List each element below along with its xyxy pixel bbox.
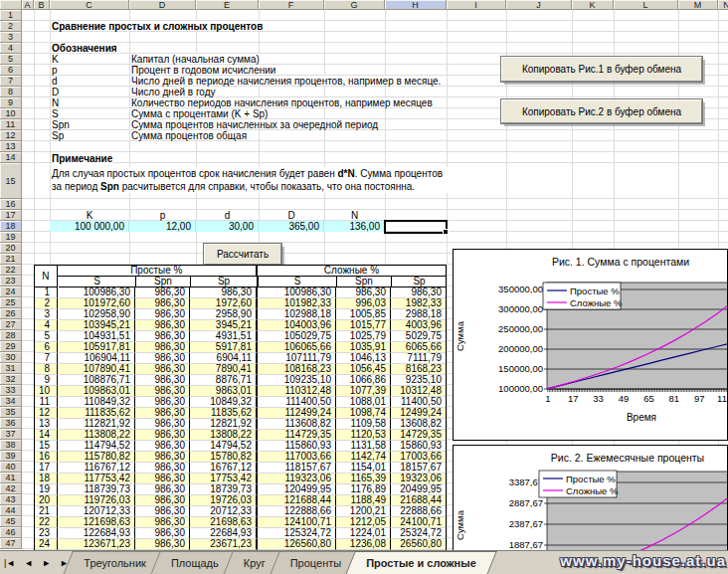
table-cell[interactable]: 1077,39 xyxy=(336,386,391,397)
table-subheader-Spn[interactable]: Spn xyxy=(136,277,191,287)
row-header-31[interactable]: 31 xyxy=(0,363,22,374)
row-header-27[interactable]: 27 xyxy=(0,319,22,330)
table-header-N[interactable]: N xyxy=(35,266,58,287)
table-cell[interactable]: 1015,77 xyxy=(336,320,391,331)
input-cell-K[interactable]: 100 000,00 xyxy=(50,221,129,232)
table-subheader-Sp[interactable]: Sp xyxy=(392,277,447,287)
table-cell[interactable]: 1120,53 xyxy=(336,430,391,441)
row-header-15[interactable]: 15 xyxy=(0,163,22,199)
table-cell[interactable]: 1982,33 xyxy=(391,298,446,309)
table-cell[interactable]: 986,30 xyxy=(135,539,190,550)
table-cell[interactable]: 100986,30 xyxy=(258,287,336,298)
table-cell[interactable]: 986,30 xyxy=(135,495,190,506)
table-cell[interactable]: 986,30 xyxy=(135,298,190,309)
row-header-41[interactable]: 41 xyxy=(0,473,22,483)
table-cell[interactable]: 1212,05 xyxy=(336,517,391,528)
row-header-4[interactable]: 4 xyxy=(0,43,22,54)
row-header-36[interactable]: 36 xyxy=(0,418,22,429)
row-header-20[interactable]: 20 xyxy=(0,243,22,254)
table-cell[interactable]: 20712,33 xyxy=(190,506,258,517)
table-cell[interactable]: 14 xyxy=(35,430,58,441)
row-header-28[interactable]: 28 xyxy=(0,330,22,341)
row-header-34[interactable]: 34 xyxy=(0,396,22,407)
row-header-33[interactable]: 33 xyxy=(0,385,22,396)
table-cell[interactable]: 117003,66 xyxy=(258,452,336,463)
selected-cell-H18[interactable] xyxy=(384,220,448,234)
table-cell[interactable]: 17003,66 xyxy=(391,452,446,463)
table-cell[interactable]: 986,30 xyxy=(135,386,190,397)
calculate-button[interactable]: Рассчитать xyxy=(204,244,281,265)
table-cell[interactable]: 1066,86 xyxy=(336,375,391,386)
row-header-40[interactable]: 40 xyxy=(0,462,22,473)
column-header-H[interactable]: H xyxy=(385,0,447,10)
table-cell[interactable]: 986,30 xyxy=(336,287,391,298)
table-cell[interactable]: 6065,66 xyxy=(391,342,446,353)
table-cell[interactable]: 112821,92 xyxy=(58,419,135,430)
table-cell[interactable]: 2958,90 xyxy=(190,309,258,320)
table-cell[interactable]: 101982,33 xyxy=(258,298,336,309)
table-cell[interactable]: 1176,89 xyxy=(336,484,391,495)
chart-fig1-sum-with-interest[interactable]: 350000,00300000,00250000,00200000,001500… xyxy=(453,249,728,441)
table-cell[interactable]: 986,30 xyxy=(135,441,190,452)
table-cell[interactable]: 986,30 xyxy=(135,463,190,474)
table-cell[interactable]: 8 xyxy=(35,364,58,375)
table-cell[interactable]: 13608,82 xyxy=(391,419,446,430)
table-cell[interactable]: 1131,58 xyxy=(336,441,391,452)
row-header-2[interactable]: 2 xyxy=(0,21,22,32)
table-cell[interactable]: 122888,66 xyxy=(258,506,336,517)
table-cell[interactable]: 13808,22 xyxy=(190,430,258,441)
table-cell[interactable]: 5917,81 xyxy=(190,342,258,353)
table-cell[interactable]: 11400,50 xyxy=(391,397,446,408)
row-header-42[interactable]: 42 xyxy=(0,483,22,494)
table-cell[interactable]: 2 xyxy=(35,298,58,309)
row-header-46[interactable]: 46 xyxy=(0,527,22,538)
table-cell[interactable]: 1088,01 xyxy=(336,397,391,408)
table-cell[interactable]: 26560,80 xyxy=(391,539,446,550)
table-cell[interactable]: 1165,39 xyxy=(336,474,391,484)
table-cell[interactable]: 12821,92 xyxy=(190,419,258,430)
sheet-tab-inactive[interactable]: Площадь xyxy=(155,551,235,574)
table-cell[interactable]: 113608,82 xyxy=(258,419,336,430)
table-cell[interactable]: 124100,71 xyxy=(258,517,336,528)
copy-fig1-button[interactable]: Копировать Рис.1 в буфер обмена xyxy=(501,57,702,82)
row-header-19[interactable]: 19 xyxy=(0,232,22,243)
column-header-A[interactable]: A xyxy=(22,0,34,10)
row-header-8[interactable]: 8 xyxy=(0,87,22,97)
table-cell[interactable]: 117753,42 xyxy=(58,474,135,484)
row-header-6[interactable]: 6 xyxy=(0,65,22,76)
table-cell[interactable]: 22888,66 xyxy=(391,506,446,517)
row-header-25[interactable]: 25 xyxy=(0,297,22,308)
column-header-D[interactable]: D xyxy=(129,0,196,10)
table-cell[interactable]: 111835,62 xyxy=(58,408,135,419)
table-cell[interactable]: 19726,03 xyxy=(190,495,258,506)
table-group-simple[interactable]: Простые % xyxy=(58,266,258,277)
table-cell[interactable]: 112499,24 xyxy=(258,408,336,419)
table-cell[interactable]: 986,30 xyxy=(135,287,190,298)
table-cell[interactable]: 7111,79 xyxy=(391,353,446,364)
table-cell[interactable]: 4003,96 xyxy=(391,320,446,331)
table-cell[interactable]: 13 xyxy=(35,419,58,430)
table-cell[interactable]: 986,30 xyxy=(135,309,190,320)
table-cell[interactable]: 108168,23 xyxy=(258,364,336,375)
table-cell[interactable]: 986,30 xyxy=(135,397,190,408)
table-cell[interactable]: 12499,24 xyxy=(391,408,446,419)
column-header-I[interactable]: I xyxy=(447,0,506,10)
table-cell[interactable]: 23671,23 xyxy=(190,539,258,550)
row-header-10[interactable]: 10 xyxy=(0,108,22,119)
table-cell[interactable]: 106904,11 xyxy=(58,353,135,364)
table-cell[interactable]: 6 xyxy=(35,342,58,353)
table-cell[interactable]: 116767,12 xyxy=(58,463,135,474)
table-cell[interactable]: 8168,23 xyxy=(391,364,446,375)
table-cell[interactable]: 9235,10 xyxy=(391,375,446,386)
table-cell[interactable]: 1188,49 xyxy=(336,495,391,506)
table-cell[interactable]: 7890,41 xyxy=(190,364,258,375)
row-header-11[interactable]: 11 xyxy=(0,119,22,130)
table-cell[interactable]: 101972,60 xyxy=(58,298,135,309)
next-sheet-button[interactable]: ► xyxy=(42,558,51,568)
table-cell[interactable]: 986,30 xyxy=(135,430,190,441)
row-header-5[interactable]: 5 xyxy=(0,54,22,65)
table-cell[interactable]: 22 xyxy=(35,517,58,528)
table-cell[interactable]: 986,30 xyxy=(190,287,258,298)
table-cell[interactable]: 19323,06 xyxy=(391,474,446,484)
column-header-M[interactable]: M xyxy=(678,0,718,10)
